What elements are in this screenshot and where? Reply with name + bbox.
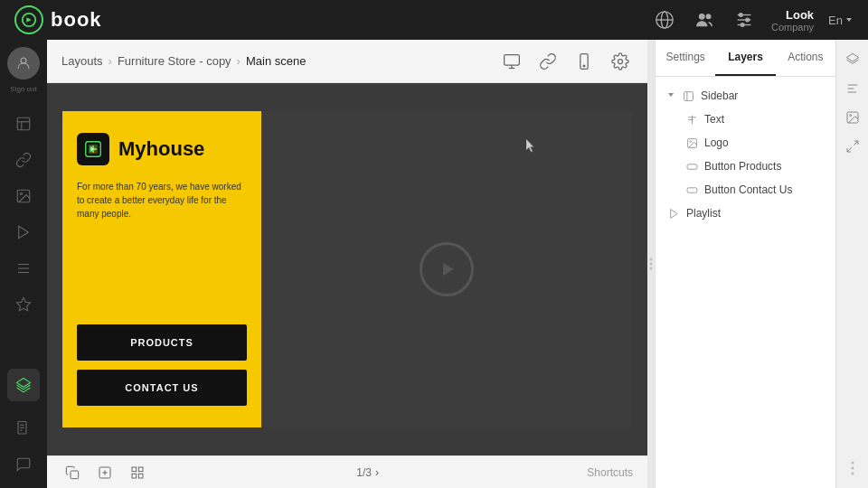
layer-item[interactable]: Sidebar: [656, 84, 835, 108]
layer-item[interactable]: Button Contact Us: [674, 178, 835, 202]
collapse-bar[interactable]: [647, 40, 655, 488]
layer-item[interactable]: Text: [674, 108, 835, 131]
products-button[interactable]: PRODUCTS: [77, 324, 247, 361]
sidebar-item-video[interactable]: [7, 216, 40, 249]
sidebar-item-doc[interactable]: [7, 412, 40, 445]
breadcrumb: Layouts › Furniture Store - copy › Main …: [61, 54, 306, 68]
sidebar-item-star[interactable]: [7, 288, 40, 321]
globe-icon[interactable]: [652, 7, 677, 33]
desktop-icon[interactable]: [499, 49, 524, 74]
svg-rect-55: [687, 164, 697, 168]
sidebar-icon: [681, 89, 695, 103]
svg-line-64: [854, 141, 858, 145]
add-page-icon[interactable]: [94, 462, 116, 483]
layer-item[interactable]: Logo: [674, 131, 835, 155]
right-panel: Settings Layers Actions SidebarTextLogoB…: [655, 40, 835, 488]
sidebar-item-image[interactable]: [7, 180, 40, 212]
strip-image-icon[interactable]: [840, 105, 865, 130]
breadcrumb-bar: Layouts › Furniture Store - copy › Main …: [47, 40, 647, 83]
svg-rect-13: [17, 117, 30, 130]
sidebar-item-layout[interactable]: [7, 108, 40, 140]
shortcuts-label[interactable]: Shortcuts: [587, 466, 633, 479]
tab-layers[interactable]: Layers: [715, 40, 775, 76]
brand-logo-area: Myhouse: [77, 133, 247, 165]
svg-point-54: [689, 140, 691, 142]
layer-label: Logo: [704, 136, 825, 149]
svg-point-45: [650, 258, 653, 261]
breadcrumb-main-scene: Main scene: [246, 54, 306, 68]
right-icon-strip: [835, 40, 868, 488]
layer-item[interactable]: Playlist: [656, 202, 835, 225]
svg-point-5: [706, 14, 711, 19]
strip-layers-icon[interactable]: [840, 47, 865, 72]
right-tabs: Settings Layers Actions: [656, 40, 835, 77]
canvas-right-panel: [261, 111, 632, 427]
pagination-next[interactable]: ›: [375, 466, 379, 479]
tab-settings[interactable]: Settings: [656, 40, 715, 76]
sidebar-item-layers[interactable]: [7, 369, 40, 401]
mobile-icon[interactable]: [571, 49, 597, 74]
strip-drag-handle[interactable]: [840, 455, 865, 481]
lang-label: En: [828, 14, 843, 27]
layer-label: Sidebar: [701, 89, 825, 102]
users-icon[interactable]: [692, 7, 717, 33]
logo-icon: [684, 136, 699, 150]
strip-text-icon[interactable]: [840, 76, 865, 101]
grid-icon[interactable]: [127, 462, 148, 483]
svg-point-66: [851, 462, 854, 465]
link-icon[interactable]: [535, 49, 561, 74]
canvas-pagination: 1/3 ›: [356, 466, 379, 479]
breadcrumb-actions: [499, 49, 633, 74]
svg-rect-42: [138, 467, 143, 472]
svg-point-68: [851, 473, 854, 475]
svg-point-4: [700, 14, 705, 19]
copy-icon[interactable]: [61, 462, 83, 483]
svg-point-46: [650, 263, 653, 266]
user-name: Look: [786, 8, 814, 22]
contact-us-button[interactable]: CONTACT US: [77, 370, 247, 406]
sidebar-item-link[interactable]: [7, 144, 40, 176]
svg-rect-56: [687, 187, 697, 192]
svg-point-47: [650, 267, 653, 270]
svg-marker-23: [17, 379, 31, 388]
layer-expand-icon[interactable]: [666, 89, 675, 102]
settings-sliders-icon[interactable]: [731, 7, 757, 33]
svg-marker-22: [17, 298, 31, 311]
sidebar-item-list[interactable]: [7, 252, 40, 285]
svg-marker-18: [19, 226, 29, 239]
canvas-preview: Myhouse For more than 70 years, we have …: [62, 111, 632, 427]
avatar[interactable]: [7, 47, 40, 80]
svg-marker-58: [846, 53, 858, 61]
canvas-bottom-left: [61, 462, 148, 483]
svg-point-10: [746, 18, 750, 22]
breadcrumb-sep-2: ›: [237, 54, 241, 68]
lang-selector[interactable]: En: [828, 14, 854, 27]
svg-line-65: [847, 147, 852, 152]
button-icon: [684, 183, 699, 197]
svg-point-12: [21, 58, 26, 63]
settings-gear-icon[interactable]: [608, 49, 633, 74]
breadcrumb-layouts[interactable]: Layouts: [61, 54, 103, 68]
sidebar-item-chat[interactable]: [7, 448, 40, 481]
breadcrumb-furniture-store[interactable]: Furniture Store - copy: [118, 54, 231, 68]
strip-resize-icon[interactable]: [840, 134, 865, 159]
layer-label: Playlist: [686, 207, 825, 220]
svg-marker-36: [443, 263, 454, 276]
canvas-area: Myhouse For more than 70 years, we have …: [47, 83, 647, 455]
svg-point-63: [849, 115, 851, 117]
svg-point-9: [740, 14, 743, 17]
svg-point-33: [618, 59, 623, 63]
left-sidebar: Sign out: [0, 40, 47, 488]
svg-point-32: [583, 65, 585, 67]
layer-label: Button Products: [704, 160, 825, 173]
svg-marker-57: [670, 209, 677, 218]
canvas-left-panel: Myhouse For more than 70 years, we have …: [62, 111, 261, 427]
text-icon: [684, 112, 699, 127]
layer-item[interactable]: Button Products: [674, 155, 835, 178]
layers-panel: SidebarTextLogoButton ProductsButton Con…: [656, 77, 835, 488]
topbar-right: Look Company En: [652, 7, 854, 33]
tab-actions[interactable]: Actions: [776, 40, 835, 76]
svg-point-17: [20, 192, 22, 194]
play-icon: [420, 242, 474, 296]
svg-point-11: [741, 23, 744, 27]
